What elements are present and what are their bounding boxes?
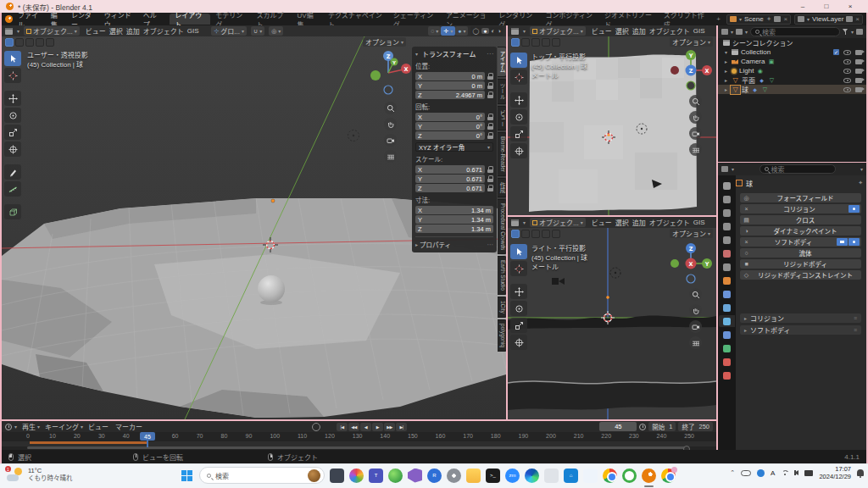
lock-icon[interactable] <box>487 73 493 80</box>
visibility-eye-icon[interactable] <box>843 50 851 55</box>
taskbar-app-icon[interactable]: ⌂ <box>564 469 578 483</box>
timeline-scrollbar[interactable] <box>27 446 687 449</box>
render-visibility-icon[interactable] <box>855 87 862 92</box>
workspace-tab[interactable]: シェーディング <box>388 14 441 25</box>
scene-selector[interactable]: Scene ✦× <box>726 14 791 25</box>
taskbar-app-icon[interactable] <box>447 469 461 483</box>
properties-tab[interactable] <box>719 315 735 327</box>
use-preview-range-icon[interactable] <box>639 424 646 430</box>
editor-type-icon[interactable] <box>511 219 519 226</box>
start-button[interactable] <box>180 469 194 483</box>
onedrive-icon[interactable] <box>741 470 751 476</box>
taskbar-app-icon[interactable]: >_ <box>486 469 500 483</box>
taskbar-clock[interactable]: 17:07 2024/12/29 <box>819 465 851 480</box>
tool-transform[interactable] <box>510 143 527 158</box>
expand-caret-icon[interactable] <box>725 48 729 56</box>
visibility-eye-icon[interactable] <box>843 78 851 83</box>
render-visibility-icon[interactable] <box>855 50 862 55</box>
scale-field[interactable]: Z0.671 <box>415 184 485 192</box>
playback-button[interactable]: ◀ <box>360 423 371 431</box>
camera-view-button[interactable] <box>689 127 702 140</box>
outliner-object-row[interactable]: 平面 <box>718 75 866 85</box>
workspace-tab[interactable]: テクスチャペイント <box>323 14 388 25</box>
volume-icon[interactable] <box>794 470 798 475</box>
scene-collection-row[interactable]: シーンコレクション <box>718 38 866 47</box>
tool-scale[interactable] <box>4 125 21 140</box>
sidebar-tab[interactable]: Earth Studio <box>498 256 506 295</box>
tool-options-dropdown[interactable]: オプション <box>670 37 713 47</box>
tool-measure[interactable] <box>4 181 21 197</box>
tool-select-box[interactable] <box>4 51 21 66</box>
outliner-object-row[interactable]: Light <box>718 66 866 75</box>
rotation-mode-dropdown[interactable]: XYZ オイラー角 <box>415 142 493 152</box>
viewport-menu[interactable]: ビュー <box>84 26 108 36</box>
expand-caret-icon[interactable] <box>725 58 729 65</box>
workspace-tab[interactable]: レンダリング <box>493 14 540 25</box>
select-mode-extend-icon[interactable] <box>521 230 530 238</box>
pin-icon[interactable]: ✦ <box>858 180 863 186</box>
taskbar-app-icon[interactable] <box>583 469 598 483</box>
location-field[interactable]: Z2.4967 m <box>415 91 485 99</box>
toggle-icon[interactable] <box>837 238 848 246</box>
hidden-icons-chevron[interactable]: ⌃ <box>730 469 735 476</box>
visibility-eye-icon[interactable] <box>843 69 851 74</box>
viewlayer-selector[interactable]: ViewLayer × <box>794 14 863 25</box>
lock-icon[interactable] <box>487 132 493 139</box>
topbar-menu[interactable]: ヘルプ <box>139 14 166 25</box>
timeline-editor-icon[interactable] <box>5 424 12 430</box>
render-visibility-icon[interactable] <box>855 59 862 64</box>
location-field[interactable]: X0 m <box>415 72 485 80</box>
sidebar-tab[interactable]: アイテム <box>498 47 506 77</box>
tool-options-dropdown[interactable]: オプション <box>670 229 713 238</box>
current-frame-field[interactable]: 45 <box>599 422 637 431</box>
taskbar-app-icon[interactable] <box>525 469 539 483</box>
properties-tab[interactable] <box>719 261 735 273</box>
taskbar-search-input[interactable]: 検索 <box>199 467 325 484</box>
navigation-gizmo[interactable]: Z X Y <box>366 47 412 97</box>
properties-tab[interactable] <box>719 342 735 354</box>
toggle-ortho-button[interactable] <box>689 336 702 349</box>
taskbar-app-icon[interactable] <box>622 469 637 483</box>
viewport-3d-right[interactable]: オブジェク... ビュー選択追加オブジェクトGIS オプション <box>508 217 716 419</box>
tool-select-box[interactable] <box>510 244 527 259</box>
viewport-menu[interactable]: 追加 <box>631 218 648 227</box>
topbar-menu[interactable]: レンダー <box>67 14 100 25</box>
tool-scale[interactable] <box>510 126 527 141</box>
navigation-gizmo[interactable]: Z Y X <box>670 241 713 286</box>
ime-indicator[interactable]: A <box>771 469 775 477</box>
toggle-ortho-button[interactable] <box>384 150 397 163</box>
tool-rotate[interactable] <box>510 109 527 125</box>
playback-button[interactable]: ◀◀ <box>348 423 359 431</box>
touch-keyboard-icon[interactable] <box>804 470 813 476</box>
window-control-button[interactable]: × <box>838 1 862 13</box>
render-visibility-icon[interactable] <box>855 78 862 83</box>
auto-keying-button[interactable] <box>312 423 320 431</box>
topbar-menu[interactable]: ファイル <box>14 14 47 25</box>
tray-app-icon[interactable] <box>757 469 765 477</box>
outliner-object-row[interactable]: Collection <box>718 47 866 57</box>
rotation-field[interactable]: X0° <box>415 113 485 121</box>
tool-transform[interactable] <box>4 141 21 157</box>
sidebar-tab[interactable]: 作成 <box>498 178 506 197</box>
timeline-menu[interactable]: 再生 <box>19 422 42 431</box>
taskbar-app-icon[interactable]: R <box>427 469 442 483</box>
sidebar-tab[interactable]: Procedural Crowds <box>498 199 506 254</box>
taskbar-app-icon[interactable] <box>408 469 422 483</box>
select-mode-extend-icon[interactable] <box>15 38 24 47</box>
lock-icon[interactable] <box>487 185 493 191</box>
new-collection-icon[interactable] <box>856 29 863 35</box>
dimensions-field[interactable]: X1.34 m <box>415 206 493 214</box>
pan-view-button[interactable] <box>689 304 702 317</box>
taskbar-app-icon[interactable] <box>388 469 403 483</box>
taskbar-weather-widget[interactable]: 1 11°C くもり時々晴れ <box>7 467 73 482</box>
taskbar-app-icon[interactable] <box>466 469 481 483</box>
mode-selector[interactable]: オブジェク... <box>530 26 586 36</box>
editor-type-icon[interactable] <box>511 28 519 35</box>
rotation-field[interactable]: Z0° <box>415 131 485 140</box>
outliner-object-row[interactable]: Camera <box>718 57 866 66</box>
taskbar-app-icon[interactable] <box>642 469 656 483</box>
timeline-menu[interactable]: ビュー <box>86 422 113 431</box>
tool-rotate[interactable] <box>510 301 527 316</box>
network-icon[interactable] <box>781 470 788 476</box>
tool-move[interactable] <box>510 284 527 299</box>
